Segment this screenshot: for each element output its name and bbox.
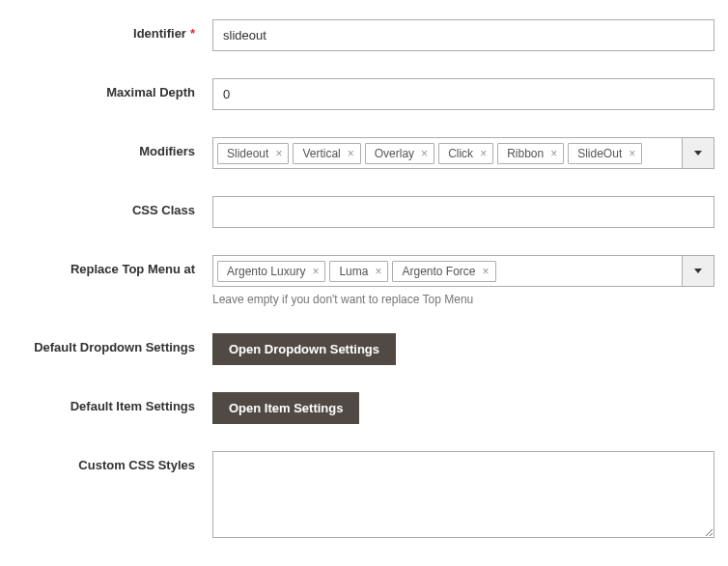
tag-label: Argento Force [402, 265, 475, 278]
tag-label: Argento Luxury [227, 265, 305, 278]
modifier-tag: Click× [438, 143, 493, 164]
tag-remove-icon[interactable]: × [421, 148, 428, 159]
maximal-depth-input[interactable] [212, 78, 714, 110]
replace-top-menu-tag: Luma× [329, 261, 388, 282]
modifiers-multiselect[interactable]: Slideout×Vertical×Overlay×Click×Ribbon×S… [212, 137, 683, 169]
tag-remove-icon[interactable]: × [629, 148, 635, 159]
css-class-label: CSS Class [10, 196, 212, 228]
tag-remove-icon[interactable]: × [550, 148, 557, 159]
tag-remove-icon[interactable]: × [480, 148, 487, 159]
css-class-input[interactable] [212, 196, 714, 228]
tag-remove-icon[interactable]: × [375, 266, 381, 277]
tag-remove-icon[interactable]: × [312, 266, 319, 277]
replace-top-menu-label: Replace Top Menu at [10, 255, 212, 306]
replace-top-menu-dropdown-toggle[interactable] [683, 255, 714, 287]
replace-top-menu-tag: Argento Luxury× [217, 261, 325, 282]
modifier-tag: Slideout× [217, 143, 289, 164]
modifier-tag: Ribbon× [497, 143, 564, 164]
modifier-tag: Vertical× [293, 143, 360, 164]
modifier-tag: Overlay× [365, 143, 434, 164]
modifiers-dropdown-toggle[interactable] [683, 137, 714, 169]
tag-label: Vertical [302, 147, 340, 160]
replace-top-menu-hint: Leave empty if you don't want to replace… [212, 293, 714, 306]
tag-label: Overlay [375, 147, 414, 160]
tag-remove-icon[interactable]: × [275, 148, 282, 159]
replace-top-menu-multiselect[interactable]: Argento Luxury×Luma×Argento Force× [212, 255, 683, 287]
modifiers-label: Modifiers [10, 137, 212, 169]
open-item-settings-button[interactable]: Open Item Settings [212, 392, 359, 424]
tag-label: Ribbon [507, 147, 544, 160]
tag-label: Slideout [227, 147, 268, 160]
tag-remove-icon[interactable]: × [483, 266, 490, 277]
replace-top-menu-tag: Argento Force× [392, 261, 495, 282]
tag-label: Luma [339, 265, 368, 278]
custom-css-textarea[interactable] [212, 451, 714, 538]
identifier-label: Identifier* [10, 19, 212, 51]
default-dropdown-label: Default Dropdown Settings [10, 333, 212, 365]
required-asterisk: * [190, 26, 195, 41]
default-item-label: Default Item Settings [10, 392, 212, 424]
chevron-down-icon [694, 151, 702, 156]
modifier-tag: SlideOut× [568, 143, 642, 164]
open-dropdown-settings-button[interactable]: Open Dropdown Settings [212, 333, 396, 365]
tag-label: SlideOut [577, 147, 622, 160]
chevron-down-icon [694, 269, 702, 273]
custom-css-label: Custom CSS Styles [10, 451, 212, 541]
identifier-input[interactable] [212, 19, 714, 51]
tag-label: Click [448, 147, 473, 160]
maximal-depth-label: Maximal Depth [10, 78, 212, 110]
tag-remove-icon[interactable]: × [348, 148, 354, 159]
